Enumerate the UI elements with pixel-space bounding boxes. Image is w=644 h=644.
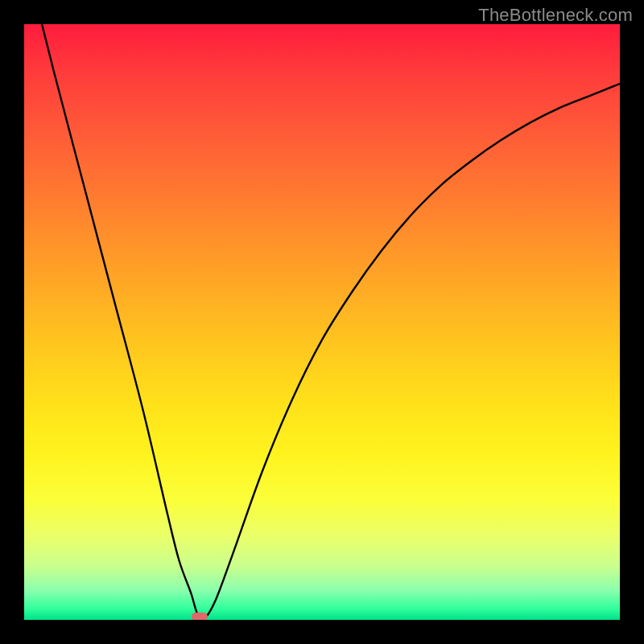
plot-area [24,24,620,620]
bottleneck-curve [24,24,620,620]
watermark-text: TheBottleneck.com [478,5,633,26]
curve-svg [24,24,620,620]
optimal-marker [192,613,208,620]
chart-frame: TheBottleneck.com [0,0,644,644]
